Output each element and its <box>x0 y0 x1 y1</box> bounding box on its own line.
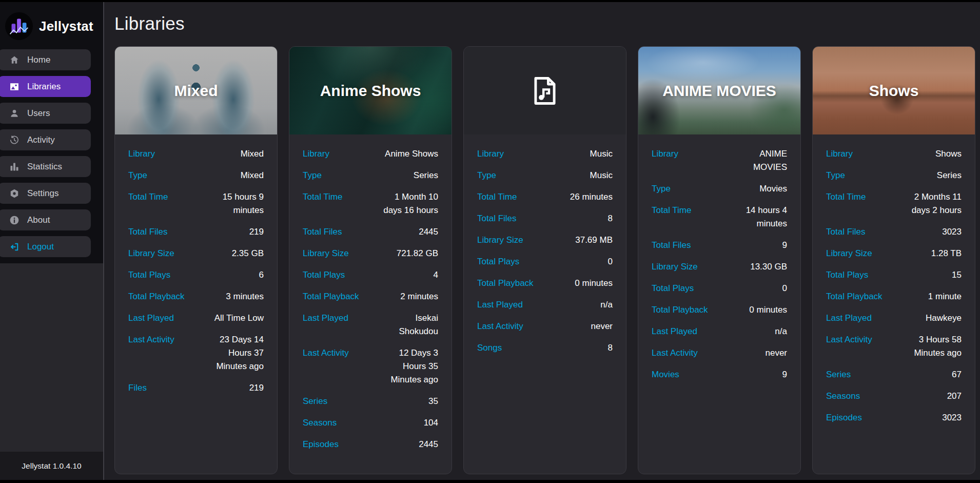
stat-label: Total Playback <box>652 303 708 317</box>
stat-row-last-activity: Last Activity 23 Days 14 Hours 37 Minute… <box>128 329 264 377</box>
library-card-anime-shows[interactable]: Anime Shows Library Anime Shows Type Ser… <box>289 46 452 474</box>
stat-row-library: Library ANIME MOVIES <box>652 143 787 178</box>
stat-label: Last Played <box>652 325 697 338</box>
stat-row-total-time: Total Time 26 minutes <box>477 186 613 208</box>
sidebar-item-users[interactable]: Users <box>0 103 91 124</box>
stat-row-type: Type Movies <box>652 178 787 200</box>
stat-value: 6 <box>206 268 264 282</box>
library-card-shows[interactable]: Shows Library Shows Type Series Total Ti… <box>812 46 975 474</box>
library-banner-title: Mixed <box>174 82 218 100</box>
sidebar-item-libraries[interactable]: Libraries <box>0 76 91 97</box>
stat-label: Library Size <box>652 260 698 274</box>
stat-value: 2 Months 11 days 2 hours <box>904 190 962 217</box>
stat-row-type: Type Series <box>826 165 962 186</box>
stat-value: 12 Days 3 Hours 35 Minutes ago <box>381 346 438 387</box>
stat-label: Last Activity <box>128 333 174 346</box>
library-card-music[interactable]: Library Music Type Music Total Time 26 m… <box>463 46 626 474</box>
stat-value: 2 minutes <box>381 290 438 303</box>
settings-icon <box>9 188 19 199</box>
stat-value: 8 <box>555 212 613 225</box>
stat-row-total-files: Total Files 219 <box>128 221 264 243</box>
stat-row-total-plays: Total Plays 0 <box>477 251 613 273</box>
stat-label: Last Activity <box>303 346 349 360</box>
stat-row-movies: Movies 9 <box>652 364 787 385</box>
stat-row-library-size: Library Size 13.30 GB <box>652 256 787 278</box>
stat-label: Total Playback <box>303 290 359 303</box>
sidebar-item-activity[interactable]: Activity <box>0 129 91 150</box>
stat-label: Total Time <box>477 190 517 204</box>
stat-label: Last Played <box>128 312 174 325</box>
stat-row-total-playback: Total Playback 0 minutes <box>652 299 787 321</box>
stat-row-total-playback: Total Playback 2 minutes <box>303 286 438 307</box>
stat-label: Total Playback <box>826 290 883 303</box>
stat-row-seasons: Seasons 207 <box>826 385 962 407</box>
stat-row-total-time: Total Time 2 Months 11 days 2 hours <box>826 186 962 221</box>
stat-row-total-time: Total Time 1 Month 10 days 16 hours <box>303 186 438 221</box>
stat-value: Music <box>555 169 613 182</box>
page-title: Libraries <box>114 13 980 34</box>
stat-label: Episodes <box>826 411 862 424</box>
stat-value: Shows <box>904 147 962 161</box>
library-banner-title: ANIME MOVIES <box>662 82 776 100</box>
stat-value: 0 minutes <box>555 277 613 290</box>
sidebar-menu: Home Libraries Users Activity Statistics… <box>0 49 91 257</box>
stat-row-type: Type Mixed <box>128 165 264 186</box>
stat-value: 8 <box>555 341 613 355</box>
stat-value: never <box>730 346 787 360</box>
sidebar-item-settings[interactable]: Settings <box>0 183 91 204</box>
sidebar-item-statistics[interactable]: Statistics <box>0 156 91 177</box>
stat-value: Mixed <box>206 169 264 182</box>
stat-row-total-playback: Total Playback 0 minutes <box>477 273 613 294</box>
sidebar-item-about[interactable]: About <box>0 209 91 230</box>
stat-label: Library <box>477 147 504 161</box>
stat-value: 2.35 GB <box>206 247 264 260</box>
statistics-icon <box>9 162 19 172</box>
stat-value: All Time Low <box>206 312 264 325</box>
stat-row-last-played: Last Played n/a <box>652 321 787 342</box>
library-card-mixed[interactable]: Mixed Library Mixed Type Mixed Total Tim… <box>114 46 278 474</box>
stat-value: Series <box>381 169 438 182</box>
stat-value: 26 minutes <box>555 190 613 204</box>
stat-value: 37.69 MB <box>555 234 613 247</box>
bottom-window-strip <box>0 480 980 483</box>
sidebar-item-logout[interactable]: Logout <box>0 236 91 257</box>
stat-row-library-size: Library Size 721.82 GB <box>303 243 438 264</box>
stat-label: Library <box>652 147 678 161</box>
stat-label: Last Played <box>477 298 523 312</box>
stat-row-total-plays: Total Plays 0 <box>652 278 787 299</box>
stat-value: 67 <box>904 368 962 381</box>
app-window: Jellystat Home Libraries Users Activity … <box>0 2 980 480</box>
stat-row-last-played: Last Played Isekai Shokudou <box>303 307 438 342</box>
app-logo[interactable]: Jellystat <box>0 8 91 49</box>
main-content: Libraries Mixed Library Mixed Type Mixed <box>104 2 980 480</box>
about-icon <box>9 215 19 225</box>
stat-row-library: Library Music <box>477 143 613 165</box>
stat-row-type: Type Series <box>303 165 438 186</box>
library-banner-image <box>464 47 626 134</box>
stat-label: Type <box>826 169 845 182</box>
stat-value: n/a <box>555 298 613 312</box>
stat-value: 3 Hours 58 Minutes ago <box>904 333 962 360</box>
stat-label: Total Time <box>128 190 168 204</box>
stat-value: 15 hours 9 minutes <box>206 190 264 217</box>
stat-label: Total Plays <box>826 268 868 282</box>
stat-value: 219 <box>206 381 264 395</box>
stat-row-total-plays: Total Plays 6 <box>128 264 264 286</box>
stat-label: Total Plays <box>128 268 170 282</box>
library-card-anime-movies[interactable]: ANIME MOVIES Library ANIME MOVIES Type M… <box>638 46 801 474</box>
stat-label: Library Size <box>477 234 523 247</box>
libraries-icon <box>9 82 19 92</box>
stat-value: 9 <box>730 368 787 381</box>
stat-label: Total Files <box>303 225 342 239</box>
library-cards-row: Mixed Library Mixed Type Mixed Total Tim… <box>114 46 980 474</box>
stat-label: Last Played <box>826 312 872 325</box>
app-version-label: Jellystat 1.0.4.10 <box>22 461 81 471</box>
sidebar-item-home[interactable]: Home <box>0 49 91 70</box>
library-stats-list: Library Shows Type Series Total Time 2 M… <box>813 134 975 429</box>
stat-row-total-playback: Total Playback 3 minutes <box>128 286 264 307</box>
stat-label: Total Playback <box>128 290 185 303</box>
stat-value: Movies <box>730 182 787 196</box>
stat-label: Series <box>826 368 851 381</box>
stat-label: Movies <box>652 368 679 381</box>
stat-row-library-size: Library Size 1.28 TB <box>826 243 962 264</box>
